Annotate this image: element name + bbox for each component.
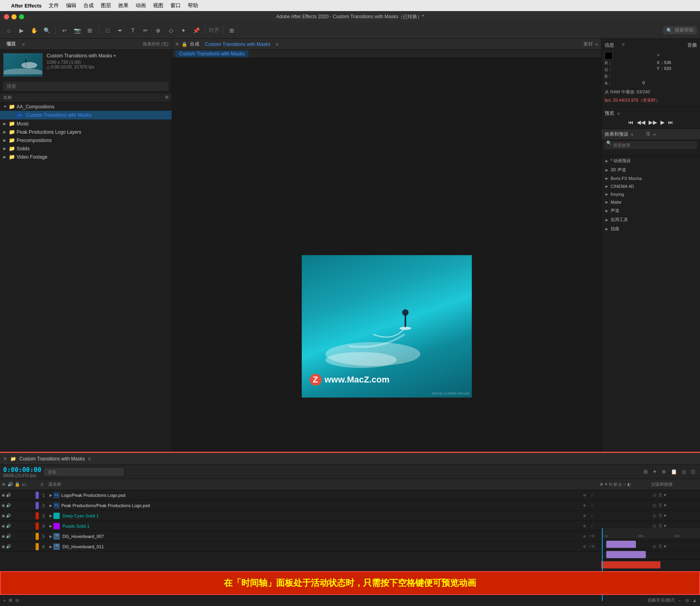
layer-row-4[interactable]: ◉ 🔊 4 ▶ Purple Solid 1 ⊕ / ◎ 无 ▾ [0,521,700,531]
grid-icon[interactable]: ⊞ [84,25,95,36]
minimize-button[interactable] [11,14,17,19]
timeline-menu-icon[interactable]: ≡ [88,456,91,462]
tl-btn-1[interactable]: ⊞ [642,468,649,475]
tree-item-music[interactable]: ▶ 📁 Music [0,119,172,128]
play-btn[interactable]: ▶▶ [649,119,657,125]
tl-end-icon-2[interactable]: ◎ [685,598,689,603]
panel-menu-icon[interactable]: ≡ [22,42,25,47]
effects-expand-icon[interactable]: » [653,132,656,137]
layer-row-6[interactable]: ◉ 🔊 6 ▶ 🎬 DG_Hoverboard_011 ⊕ / fx ◎ 无 ▾ [0,542,700,552]
maximize-button[interactable] [19,14,24,19]
add-layer-icon[interactable]: + [3,598,6,603]
layer-3-eye[interactable]: ◉ [2,513,5,518]
effect-item-channel[interactable]: ▶ 声道 [602,206,700,215]
layer-1-parent-dropdown[interactable]: ▾ [664,492,666,498]
viewer-lock-icon[interactable]: 🔒 [182,42,187,47]
layer-1-eye[interactable]: ◉ [2,493,5,497]
effect-item-matte[interactable]: ▶ Matte [602,198,700,206]
comp-tab[interactable]: Custom Transitions with Masks [202,39,273,50]
layer-3-expand[interactable]: ▶ [48,514,53,518]
effect-item-utilities[interactable]: ▶ 实用工具 [602,215,700,224]
menu-layer[interactable]: 图层 [101,2,111,9]
menu-file[interactable]: 文件 [49,2,59,9]
effect-item-distort[interactable]: ▶ 扭曲 [602,224,700,233]
step-fwd-btn[interactable]: ▶ [660,119,665,125]
layer-3-parent-dropdown[interactable]: ▾ [664,513,666,518]
menu-view[interactable]: 视图 [153,2,163,9]
goto-end-btn[interactable]: ⏭ [668,119,674,125]
menu-compose[interactable]: 合成 [83,2,94,9]
tree-item-precomp[interactable]: ▶ 📁 Precompositions [0,136,172,144]
puppet-icon[interactable]: ✦ [178,25,189,36]
layer-3-audio[interactable]: 🔊 [6,513,11,518]
hand-icon[interactable]: ✋ [28,25,40,36]
layer-1-audio[interactable]: 🔊 [6,493,11,497]
effect-item-animation-presets[interactable]: ▶ * 动画预设 [602,156,700,165]
tl-btn-2[interactable]: ✦ [651,468,658,475]
layer-row-1[interactable]: ◉ 🔊 1 ▶ Ps Logo/Peak Productions Logo.ps… [0,490,700,500]
align-icon[interactable]: 对齐 [208,25,219,36]
layer-2-audio[interactable]: 🔊 [6,503,11,508]
layer-2-parent-dropdown[interactable]: ▾ [664,503,666,508]
pen-icon[interactable]: ✒ [115,25,126,36]
layer-1-expand[interactable]: ▶ [48,493,53,497]
tl-end-icon-3[interactable]: ▲ [692,598,697,603]
layer-row-2[interactable]: ◉ 🔊 2 ▶ Ps Peak Productions/Peak Product… [0,500,700,511]
tree-item-aa-comp[interactable]: ▼ 📁 AA_Compositions [0,102,172,111]
menu-window[interactable]: 窗口 [170,2,181,9]
sort-icon[interactable]: ⊕ [165,95,168,100]
home-icon[interactable]: ⌂ [3,25,14,36]
rotate-back-icon[interactable]: ↩ [59,25,70,36]
pin-icon[interactable]: 📌 [191,25,202,36]
stamp-icon[interactable]: ⊕ [153,25,164,36]
timeline-close-icon[interactable]: ✕ [3,456,7,462]
tl-btn-3[interactable]: ⊕ [660,468,668,475]
effect-item-3d-audio[interactable]: ▶ 3D 声道 [602,165,700,174]
timecode-display[interactable]: 0:00:00:00 [3,466,41,473]
preview-menu-icon[interactable]: ≡ [617,111,620,116]
composition-canvas[interactable]: Z www.MacZ.com DEVIN SUPER FRAME [302,255,472,398]
effect-item-keying[interactable]: ▶ Keying [602,190,700,198]
menu-edit[interactable]: 编辑 [66,2,76,9]
tl-end-icon-1[interactable]: ← [678,598,682,603]
eraser-icon[interactable]: ◇ [165,25,176,36]
source-tab[interactable]: 素材 [583,41,593,47]
layer-settings-icon[interactable]: ⊞ [9,598,12,603]
effects-menu-icon[interactable]: ≡ [631,132,633,137]
menu-effect[interactable]: 效果 [118,2,129,9]
tree-item-peak-logo[interactable]: ▶ 📁 Peak Productions Logo Layers [0,128,172,136]
layer-row-5[interactable]: ◉ 🔊 5 ▶ 🎬 DG_Hoverboard_007 ⊕ / fx ◎ 无 ▾ [0,531,700,542]
effect-item-boris[interactable]: ▶ Boris FX Mocha [602,174,700,182]
layer-4-eye[interactable]: ◉ [2,524,5,528]
layer-4-expand[interactable]: ▶ [48,524,53,528]
tree-item-custom-transitions[interactable]: Ps Custom Transitions with Masks [0,111,172,119]
comp-menu-icon[interactable]: ≡ [276,42,278,47]
zoom-icon[interactable]: 🔍 [41,25,52,36]
viewer-close-icon[interactable]: ✕ [175,42,179,47]
goto-start-btn[interactable]: ⏮ [628,119,634,125]
layer-row-3[interactable]: ◉ 🔊 3 ▶ Deep Cyan Solid 1 ⊕ / ◎ 无 ▾ [0,511,700,521]
effects-search-input[interactable] [605,142,697,149]
library-tab[interactable]: 库 [646,131,651,138]
layer-6-expand[interactable]: ▶ [48,545,53,549]
layer-5-eye[interactable]: ◉ [2,534,5,538]
tree-item-solids[interactable]: ▶ 📁 Solids [0,144,172,153]
comp-tab-label[interactable]: Custom Transitions with Masks [175,50,248,57]
effects-controls-tab[interactable]: 效果控件 (无) [143,41,168,47]
menu-help[interactable]: 帮助 [188,2,198,9]
layer-6-audio[interactable]: 🔊 [6,544,11,549]
layer-2-expand[interactable]: ▶ [48,504,53,508]
help-search[interactable]: 🔍 搜索帮助 [663,26,697,34]
app-name[interactable]: After Effects [11,3,42,9]
layer-6-eye[interactable]: ◉ [2,544,5,549]
layer-4-audio[interactable]: 🔊 [6,524,11,528]
info-menu-icon[interactable]: ≡ [622,42,624,49]
text-icon[interactable]: T [127,25,138,36]
close-button[interactable] [4,14,9,19]
step-back-btn[interactable]: ◀◀ [637,119,645,125]
timeline-search-input[interactable] [44,468,123,475]
tree-item-video-footage[interactable]: ▶ 📁 Video Footage [0,153,172,161]
menu-animate[interactable]: 动画 [136,2,146,9]
tl-btn-4[interactable]: 📋 [669,468,679,475]
snapping-icon[interactable]: ⊞ [226,25,237,36]
